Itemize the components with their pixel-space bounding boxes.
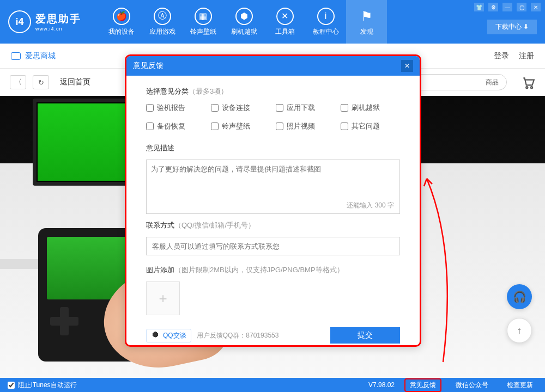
float-buttons: 🎧 ↑ <box>507 284 532 343</box>
category-checkbox[interactable]: 刷机越狱 <box>341 103 400 113</box>
register-link[interactable]: 注册 <box>519 51 534 61</box>
footer-wechat-button[interactable]: 微信公众号 <box>451 379 493 391</box>
nav-ringtone[interactable]: ▦铃声壁纸 <box>183 0 223 44</box>
category-grid: 验机报告 设备连接 应用下载 刷机越狱 备份恢复 铃声壁纸 照片视频 其它问题 <box>146 103 400 131</box>
nav-tutorials[interactable]: i教程中心 <box>305 0 346 44</box>
scroll-top-button[interactable]: ↑ <box>507 318 532 343</box>
header: i4 爱思助手 www.i4.cn 🍎我的设备 Ⓐ应用游戏 ▦铃声壁纸 ⬢刷机越… <box>0 0 545 44</box>
qq-group-info: 用户反馈QQ群：870193553 <box>197 331 279 340</box>
category-checkbox[interactable]: 应用下载 <box>276 103 335 113</box>
flag-icon: ⚑ <box>358 8 376 25</box>
char-counter: 还能输入 300 字 <box>347 201 394 210</box>
contact-input[interactable] <box>146 237 400 255</box>
upload-label: 图片添加（图片限制2MB以内，仅支持JPG/PNG/BMP等格式） <box>146 265 400 275</box>
svg-point-1 <box>531 87 532 88</box>
version-label: V7.98.02 <box>368 381 395 389</box>
footer: 阻止iTunes自动运行 V7.98.02 意见反馈 微信公众号 检查更新 <box>0 378 545 392</box>
qq-chat-button[interactable]: QQ交谈 <box>146 329 191 342</box>
box-icon: ⬢ <box>235 8 253 25</box>
description-label: 意见描述 <box>146 143 400 153</box>
window-controls: 👕 ⚙ — ▢ ✕ <box>474 3 541 11</box>
refresh-button[interactable]: ↻ <box>33 75 49 89</box>
nav-mydevice[interactable]: 🍎我的设备 <box>101 0 142 44</box>
category-checkbox[interactable]: 其它问题 <box>341 121 400 131</box>
modal-close-button[interactable]: ✕ <box>401 60 413 72</box>
category-checkbox[interactable]: 铃声壁纸 <box>211 121 270 131</box>
skin-icon[interactable]: 👕 <box>474 3 484 11</box>
footer-feedback-button[interactable]: 意见反馈 <box>404 378 441 392</box>
description-textarea[interactable] <box>151 164 395 203</box>
tools-icon: ✕ <box>276 8 294 25</box>
nav-toolbox[interactable]: ✕工具箱 <box>264 0 305 44</box>
login-link[interactable]: 登录 <box>494 51 509 61</box>
minimize-icon[interactable]: — <box>502 3 512 11</box>
wallpaper-icon: ▦ <box>195 8 212 25</box>
maximize-icon[interactable]: ▢ <box>517 3 526 11</box>
cart-icon[interactable] <box>521 76 535 89</box>
nav-discover[interactable]: ⚑发现 <box>346 0 387 44</box>
category-checkbox[interactable]: 照片视频 <box>276 121 335 131</box>
nav-apps[interactable]: Ⓐ应用游戏 <box>142 0 183 44</box>
modal-header: 意见反馈 ✕ <box>126 56 420 76</box>
back-button[interactable]: 〈 <box>10 75 26 89</box>
main-nav: 🍎我的设备 Ⓐ应用游戏 ▦铃声壁纸 ⬢刷机越狱 ✕工具箱 i教程中心 ⚑发现 <box>101 0 387 44</box>
category-checkbox[interactable]: 验机报告 <box>146 103 205 113</box>
contact-label: 联系方式（QQ/微信/邮箱/手机号） <box>146 220 400 230</box>
logo-icon: i4 <box>8 10 31 33</box>
category-section-label: 选择意见分类（最多3项） <box>146 87 400 96</box>
app-name: 爱思助手 <box>35 12 81 26</box>
logo-area[interactable]: i4 爱思助手 www.i4.cn <box>0 10 101 33</box>
support-button[interactable]: 🎧 <box>507 284 532 309</box>
block-itunes-checkbox[interactable]: 阻止iTunes自动运行 <box>8 381 77 390</box>
modal-title: 意见反馈 <box>133 61 164 71</box>
svg-point-0 <box>526 87 528 88</box>
apple-icon: 🍎 <box>113 8 130 25</box>
app-url: www.i4.cn <box>35 26 81 32</box>
submit-button[interactable]: 提交 <box>330 327 400 344</box>
message-icon <box>11 52 21 60</box>
footer-update-button[interactable]: 检查更新 <box>502 379 537 391</box>
category-checkbox[interactable]: 设备连接 <box>211 103 270 113</box>
store-link[interactable]: 爱思商城 <box>11 51 56 61</box>
settings-icon[interactable]: ⚙ <box>488 3 498 11</box>
feedback-modal: 意见反馈 ✕ 选择意见分类（最多3项） 验机报告 设备连接 应用下载 刷机越狱 … <box>125 54 421 347</box>
category-checkbox[interactable]: 备份恢复 <box>146 121 205 131</box>
qq-icon <box>151 331 160 340</box>
page-title: 返回首页 <box>60 77 90 87</box>
appstore-icon: Ⓐ <box>154 8 171 25</box>
info-icon: i <box>317 8 335 25</box>
nav-jailbreak[interactable]: ⬢刷机越狱 <box>223 0 264 44</box>
download-center-button[interactable]: 下载中心 ⬇ <box>487 20 537 34</box>
upload-button[interactable]: + <box>146 281 180 315</box>
close-icon[interactable]: ✕ <box>531 3 541 11</box>
